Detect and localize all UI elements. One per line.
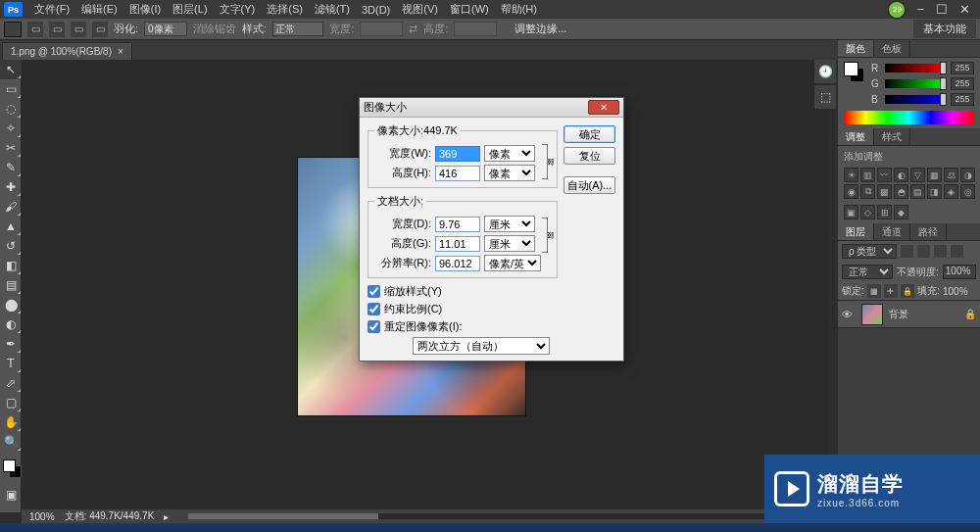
doc-width-unit[interactable]: 厘米 [484,216,535,232]
px-width-input[interactable] [435,146,480,162]
filter-pixel-icon[interactable] [901,245,913,258]
eraser-tool[interactable]: ◧ [0,256,22,275]
b-slider[interactable] [885,95,947,104]
adj-levels-icon[interactable]: ▥ [860,168,875,182]
adj-colorbalance-icon[interactable]: ⚖ [944,168,958,182]
blur-tool[interactable]: ⬤ [0,295,22,314]
layer-background[interactable]: 👁 背景 🔒 [838,301,980,328]
lock-position-icon[interactable]: ✛ [884,284,898,298]
cancel-button[interactable]: 复位 [564,147,615,165]
adj-vibrance-icon[interactable]: ▽ [910,168,925,182]
constrain-checkbox[interactable] [368,303,380,315]
history-brush-tool[interactable]: ↺ [0,236,22,256]
document-info[interactable]: 文档: 449.7K/449.7K [65,509,155,523]
tab-color[interactable]: 颜色 [838,40,874,57]
lock-pixels-icon[interactable]: ▦ [867,284,881,298]
resolution-unit[interactable]: 像素/英寸 [484,255,541,271]
dialog-titlebar[interactable]: 图像大小 ✕ [360,98,623,118]
crop-tool[interactable]: ✂ [0,138,22,158]
shape-tool[interactable]: ▢ [0,393,22,412]
px-height-input[interactable] [435,166,480,181]
zoom-level[interactable]: 100% [29,511,55,522]
adj-hue-icon[interactable]: ▦ [927,168,942,182]
brush-tool[interactable]: 🖌 [0,197,22,217]
opacity-field[interactable]: 100% [943,265,976,279]
adj-brightness-icon[interactable]: ☀ [844,168,858,182]
foreground-swatch[interactable] [3,459,16,472]
fill-field[interactable]: 100% [943,286,976,297]
px-height-unit[interactable]: 像素 [484,165,535,181]
g-value[interactable]: 255 [951,77,974,90]
color-swatches[interactable] [0,458,21,485]
filter-type-dropdown[interactable]: ρ 类型 [842,244,897,259]
zoom-tool[interactable]: 🔍 [0,432,22,452]
move-tool[interactable]: ↖ [0,60,22,79]
link-icon[interactable] [541,217,551,254]
r-slider[interactable] [885,64,947,73]
g-slider[interactable] [885,79,947,88]
properties-panel-icon[interactable]: ⬚ [814,85,836,109]
timeline-scrollbar[interactable] [188,513,822,519]
filter-type-icon[interactable] [934,245,947,258]
resolution-input[interactable] [435,256,480,271]
healing-brush-tool[interactable]: ✚ [0,177,22,197]
tab-adjust[interactable]: 调整 [838,128,874,145]
path-select-tool[interactable]: ⬀ [0,373,22,393]
tab-swatches[interactable]: 色板 [874,40,910,57]
r-value[interactable]: 255 [951,62,974,74]
refine-edge-button[interactable]: 调整边缘... [514,22,566,36]
ok-button[interactable]: 确定 [564,125,615,143]
selection-subtract-icon[interactable]: ▭ [71,22,86,37]
adj-threshold-icon[interactable]: ◨ [927,184,942,199]
menu-image[interactable]: 图像(I) [123,0,167,19]
menu-3d[interactable]: 3D(D) [356,2,396,18]
adj-curves-icon[interactable]: 〰 [877,168,892,182]
doc-height-unit[interactable]: 厘米 [484,235,535,252]
layer-thumbnail[interactable] [861,304,883,325]
adj-colorlookup-icon[interactable]: ▩ [877,184,892,199]
tool-preset[interactable] [4,22,22,37]
menu-view[interactable]: 视图(V) [396,0,444,19]
magic-wand-tool[interactable]: ✧ [0,119,22,138]
update-badge[interactable]: 29 [887,0,906,20]
adj-extra1-icon[interactable]: ▣ [844,205,858,219]
px-width-unit[interactable]: 像素 [484,145,535,162]
adj-invert-icon[interactable]: ◓ [894,184,908,199]
link-icon[interactable] [541,143,551,180]
adj-posterize-icon[interactable]: ▤ [910,184,925,199]
spectrum-bar[interactable] [844,111,974,124]
menu-filter[interactable]: 滤镜(T) [309,0,356,19]
selection-new-icon[interactable]: ▭ [27,22,43,37]
dodge-tool[interactable]: ◐ [0,314,22,334]
gradient-tool[interactable]: ▤ [0,275,22,295]
feather-input[interactable]: 0像素 [144,22,187,36]
resample-method-dropdown[interactable]: 两次立方（自动） [413,337,550,355]
menu-window[interactable]: 窗口(W) [444,0,495,19]
maximize-icon[interactable]: ☐ [936,2,948,17]
tab-styles[interactable]: 样式 [874,128,910,145]
adj-exposure-icon[interactable]: ◐ [894,168,908,182]
menu-select[interactable]: 选择(S) [261,0,309,19]
workspace-switcher[interactable]: 基本功能 [913,20,976,38]
marquee-tool[interactable]: ▭ [0,79,22,99]
selection-intersect-icon[interactable]: ▭ [92,22,108,37]
auto-button[interactable]: 自动(A)... [564,176,615,194]
selection-add-icon[interactable]: ▭ [49,22,65,37]
document-tab[interactable]: 1.png @ 100%(RGB/8) × [2,42,132,60]
menu-edit[interactable]: 编辑(E) [75,0,123,19]
adj-bw-icon[interactable]: ◑ [960,168,975,182]
layer-name[interactable]: 背景 [889,308,958,321]
adj-channelmixer-icon[interactable]: ⧉ [860,184,875,199]
doc-width-input[interactable] [435,217,480,232]
close-tab-icon[interactable]: × [118,46,123,57]
panel-color-swatch[interactable] [844,62,867,85]
menu-layer[interactable]: 图层(L) [167,0,213,19]
tab-layers[interactable]: 图层 [838,223,874,240]
tab-paths[interactable]: 路径 [910,223,947,240]
adj-photofilter-icon[interactable]: ◉ [844,184,858,199]
menu-type[interactable]: 文字(Y) [214,0,262,19]
lasso-tool[interactable]: ◌ [0,99,22,119]
adj-extra2-icon[interactable]: ◇ [860,205,875,219]
lock-all-icon[interactable]: 🔒 [901,284,914,298]
resample-checkbox[interactable] [368,320,380,333]
